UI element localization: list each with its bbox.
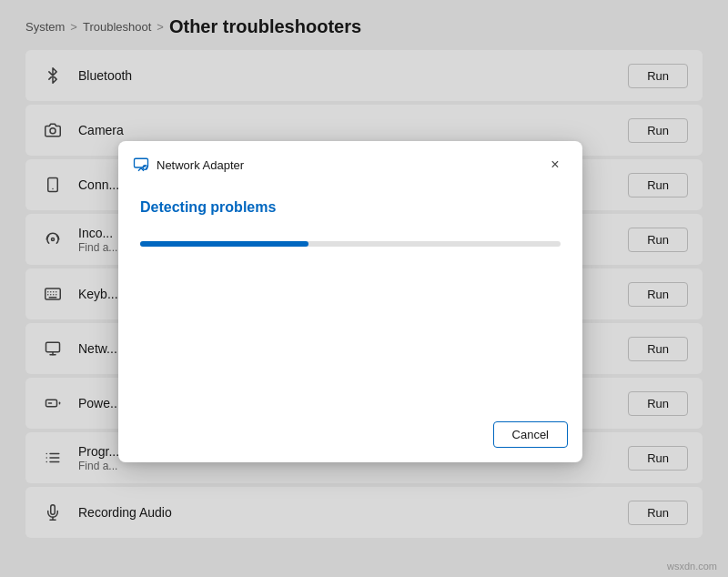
dialog-close-button[interactable]: × <box>542 152 568 177</box>
dialog-titlebar: Network Adapter × <box>118 141 582 185</box>
dialog-cancel-button[interactable]: Cancel <box>493 421 568 448</box>
dialog-title-section: Network Adapter <box>133 157 244 173</box>
network-adapter-dialog-icon <box>133 157 149 173</box>
page: System > Troubleshoot > Other troublesho… <box>0 0 728 577</box>
progress-bar-track <box>140 241 561 247</box>
dialog-title-text: Network Adapter <box>157 158 244 172</box>
dialog-body: Detecting problems <box>118 185 582 421</box>
network-adapter-dialog: Network Adapter × Detecting problems Can… <box>118 141 582 462</box>
dialog-heading: Detecting problems <box>140 199 561 216</box>
dialog-footer: Cancel <box>118 421 582 462</box>
progress-bar-fill <box>140 241 308 247</box>
